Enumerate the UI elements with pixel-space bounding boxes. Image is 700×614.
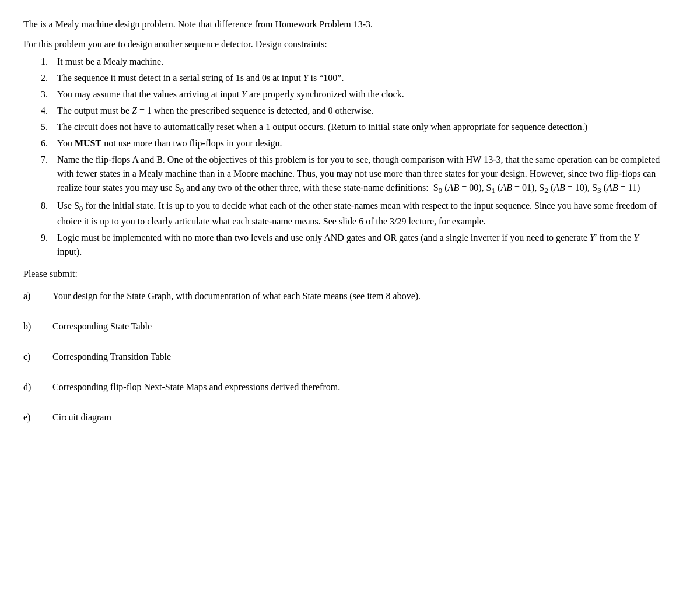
main-content: The is a Mealy machine design problem. N…	[23, 17, 665, 424]
list-number: 9.	[41, 231, 57, 245]
list-content: The sequence it must detect in a serial …	[57, 71, 665, 85]
list-number: 1.	[41, 55, 57, 69]
submit-item-b: b) Corresponding State Table	[23, 320, 665, 334]
submit-label-d: d)	[23, 380, 52, 394]
list-item: 5. The circuit does not have to automati…	[41, 120, 665, 134]
list-item: 8. Use S0 for the initial state. It is u…	[41, 199, 665, 229]
list-item: 7. Name the flip-flops A and B. One of t…	[41, 153, 665, 197]
list-number: 3.	[41, 87, 57, 101]
submit-content-c: Corresponding Transition Table	[52, 350, 665, 364]
submit-item-e: e) Circuit diagram	[23, 410, 665, 424]
submit-item-c: c) Corresponding Transition Table	[23, 350, 665, 364]
submit-items-list: a) Your design for the State Graph, with…	[23, 289, 665, 424]
list-content: It must be a Mealy machine.	[57, 55, 665, 69]
please-submit-label: Please submit:	[23, 267, 665, 281]
list-item: 2. The sequence it must detect in a seri…	[41, 71, 665, 85]
list-item: 6. You MUST not use more than two flip-f…	[41, 136, 665, 150]
list-number: 7.	[41, 153, 57, 167]
submit-item-d: d) Corresponding flip-flop Next-State Ma…	[23, 380, 665, 394]
constraints-list: 1. It must be a Mealy machine. 2. The se…	[41, 55, 665, 259]
intro-paragraph-1: The is a Mealy machine design problem. N…	[23, 17, 665, 31]
list-content: You MUST not use more than two flip-flop…	[57, 136, 665, 150]
list-number: 4.	[41, 104, 57, 118]
list-item: 3. You may assume that the values arrivi…	[41, 87, 665, 101]
list-content: You may assume that the values arriving …	[57, 87, 665, 101]
list-content: The output must be Z = 1 when the prescr…	[57, 104, 665, 118]
intro-paragraph-2: For this problem you are to design anoth…	[23, 37, 665, 51]
submit-content-e: Circuit diagram	[52, 410, 665, 424]
submit-label-e: e)	[23, 410, 52, 424]
list-content: The circuit does not have to automatical…	[57, 120, 665, 134]
list-content: Use S0 for the initial state. It is up t…	[57, 199, 665, 229]
list-item: 9. Logic must be implemented with no mor…	[41, 231, 665, 259]
list-number: 6.	[41, 136, 57, 150]
list-item: 1. It must be a Mealy machine.	[41, 55, 665, 69]
list-item: 4. The output must be Z = 1 when the pre…	[41, 104, 665, 118]
list-number: 2.	[41, 71, 57, 85]
list-number: 5.	[41, 120, 57, 134]
submit-item-a: a) Your design for the State Graph, with…	[23, 289, 665, 303]
submit-content-d: Corresponding flip-flop Next-State Maps …	[52, 380, 665, 394]
submit-content-b: Corresponding State Table	[52, 320, 665, 334]
submit-label-a: a)	[23, 289, 52, 303]
submit-label-c: c)	[23, 350, 52, 364]
list-content: Name the flip-flops A and B. One of the …	[57, 153, 665, 197]
list-number: 8.	[41, 199, 57, 213]
list-content: Logic must be implemented with no more t…	[57, 231, 665, 259]
submit-label-b: b)	[23, 320, 52, 334]
submit-content-a: Your design for the State Graph, with do…	[52, 289, 665, 303]
